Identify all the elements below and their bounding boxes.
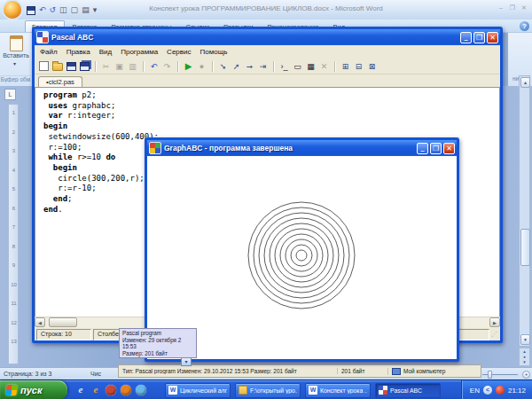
browse-down-icon[interactable]: ▼ (522, 360, 526, 365)
save-icon[interactable] (27, 6, 35, 15)
start-button[interactable]: пуск (0, 380, 67, 399)
browser-icon[interactable]: e (90, 385, 101, 395)
maximize-icon[interactable]: ❐ (430, 143, 442, 154)
pascal-titlebar[interactable]: Pascal ABC – ❐ ✕ (35, 29, 500, 45)
taskbar-button[interactable]: F:\открытый уро... (235, 383, 301, 398)
ruler-mark: 13 (9, 339, 19, 344)
combobox-dropdown-icon[interactable]: ▾ (181, 357, 192, 366)
close-icon[interactable]: ✕ (520, 4, 528, 12)
pascal-menu-item[interactable]: Файл (40, 48, 58, 56)
code-line: var r:integer; (43, 111, 499, 121)
clipboard-group-label: Буфер обм (0, 75, 31, 82)
scroll-down-icon[interactable]: ▼ (520, 334, 530, 345)
disk-tool-icon[interactable] (106, 385, 116, 395)
save-all-icon[interactable] (80, 62, 90, 71)
stop-icon[interactable]: ● (197, 61, 207, 72)
run-to-cursor-icon[interactable]: ⇥ (258, 61, 268, 72)
close-output-icon[interactable]: ✕ (319, 61, 329, 72)
tray-collapse-icon[interactable]: < (483, 386, 492, 395)
page-indicator: Страница: 3 из 3 (4, 371, 51, 377)
tooltip-line: Размер: 201 байт (122, 350, 193, 357)
panel-expressions-icon[interactable]: ⊞ (340, 61, 350, 72)
office-button[interactable] (4, 1, 21, 19)
minimize-icon[interactable]: – (417, 143, 428, 154)
explorer-status-bar: Тип: Pascal program Изменен: 29.10.2012 … (118, 364, 481, 378)
cut-icon[interactable]: ✂ (101, 61, 111, 72)
zoom-slider-thumb[interactable] (488, 371, 492, 379)
restore-icon[interactable]: ❐ (508, 4, 517, 12)
taskbar-button-label: Конспект урока ... (320, 387, 367, 394)
zone-panel: Мой компьютер (387, 368, 481, 375)
browse-objects-buttons[interactable]: ▲ ● ▼ (519, 348, 530, 366)
ruler-mark: 5 (9, 186, 19, 192)
ruler-mark: 7 (9, 224, 19, 230)
scrollbar-thumb[interactable] (520, 229, 530, 266)
language-indicator[interactable]: EN (470, 387, 480, 395)
paste-dropdown-icon[interactable]: ▾ (13, 60, 16, 66)
paste-icon[interactable]: ▥ (128, 61, 137, 72)
ruler-tab-selector[interactable]: L (4, 89, 16, 100)
pascal-menu-item[interactable]: Помощь (200, 48, 228, 56)
copy-icon[interactable]: ▣ (114, 61, 124, 72)
pascal-icon (379, 386, 387, 395)
minimize-icon[interactable]: – (460, 32, 472, 43)
web-messenger-icon[interactable] (136, 385, 146, 395)
redo-icon[interactable]: ↺ (50, 4, 57, 15)
undo-icon[interactable]: ↶ (149, 61, 159, 72)
new-file-icon[interactable] (39, 61, 49, 71)
scroll-up-icon[interactable]: ▲ (520, 77, 530, 88)
taskbar-button[interactable]: WКонспект урока ... (305, 383, 371, 398)
paste-clipboard-icon[interactable] (10, 35, 23, 51)
word-ribbon-clipboard-group: Вставить ▾ Буфер обм (0, 33, 33, 86)
print-icon[interactable]: ▤ (82, 4, 90, 15)
open-file-icon[interactable] (52, 63, 63, 71)
step-into-icon[interactable]: ➚ (231, 61, 241, 72)
maximize-icon[interactable]: ❐ (473, 32, 485, 43)
toolbar-separator (95, 61, 96, 72)
panel-variables-icon[interactable]: ⊟ (354, 61, 364, 72)
line-indicator: Строка: 10 (36, 329, 91, 340)
word-vertical-scrollbar[interactable]: ▲ ▼ (519, 75, 530, 347)
resize-grip[interactable]: ⋰ (491, 329, 497, 340)
redo-icon[interactable]: ↷ (162, 61, 172, 72)
paste-button[interactable]: Вставить (0, 52, 32, 59)
print-preview-icon[interactable]: ◫ (59, 4, 67, 15)
scroll-right-icon[interactable]: ▶ (489, 317, 500, 327)
ruler-mark: 10 (9, 282, 19, 287)
pascal-menu-item[interactable]: Правка (66, 48, 90, 56)
console-icon[interactable]: ›_ (279, 61, 289, 72)
output-icon[interactable]: ▦ (306, 61, 316, 72)
help-icon[interactable]: ? (520, 21, 529, 31)
scroll-left-icon[interactable]: ◀ (35, 317, 45, 327)
undo-icon[interactable]: ↶ (39, 4, 46, 15)
run-icon[interactable]: ▶ (184, 61, 193, 72)
window-icon[interactable]: ▭ (293, 61, 302, 72)
qat-dropdown-icon[interactable]: ▾ (93, 4, 98, 15)
step-icon[interactable]: ➘ (218, 61, 228, 72)
panel-modules-icon[interactable]: ⊠ (367, 61, 377, 72)
media-player-icon[interactable] (121, 385, 131, 395)
pascal-menu-item[interactable]: Сервис (167, 48, 191, 56)
close-icon[interactable]: ✕ (487, 32, 498, 43)
doc-icon: W (168, 386, 177, 395)
zoom-in-icon[interactable]: + (522, 371, 530, 379)
step-out-icon[interactable]: ➙ (245, 61, 254, 72)
minimize-icon[interactable]: – (497, 4, 505, 12)
internet-explorer-icon[interactable]: e (75, 385, 86, 395)
pascal-window-title: Pascal ABC (51, 33, 458, 42)
save-file-icon[interactable] (66, 62, 76, 71)
close-icon[interactable]: ✕ (443, 143, 455, 154)
pascal-menu-item[interactable]: Программа (121, 48, 158, 56)
zoom-slider[interactable]: + (482, 371, 530, 379)
scrollbar-thumb[interactable] (49, 317, 77, 327)
pascal-menu-item[interactable]: Вид (99, 48, 112, 56)
word-window-controls: – ❐ ✕ (497, 4, 528, 12)
file-tab-cicl2[interactable]: •cicl2.pas (38, 76, 82, 87)
quick-access-toolbar: ↶↺◫▢▤▾ (27, 4, 97, 16)
tooltip-line: 15:53 (122, 343, 193, 350)
new-document-icon[interactable]: ▢ (71, 4, 79, 15)
taskbar-button[interactable]: WЦиклический алг... (165, 383, 231, 398)
tray-alert-icon[interactable] (496, 386, 505, 395)
graphabc-titlebar[interactable]: GraphABC - программа завершена – ❐ ✕ (147, 140, 457, 156)
taskbar-button[interactable]: Pascal ABC (375, 383, 441, 398)
